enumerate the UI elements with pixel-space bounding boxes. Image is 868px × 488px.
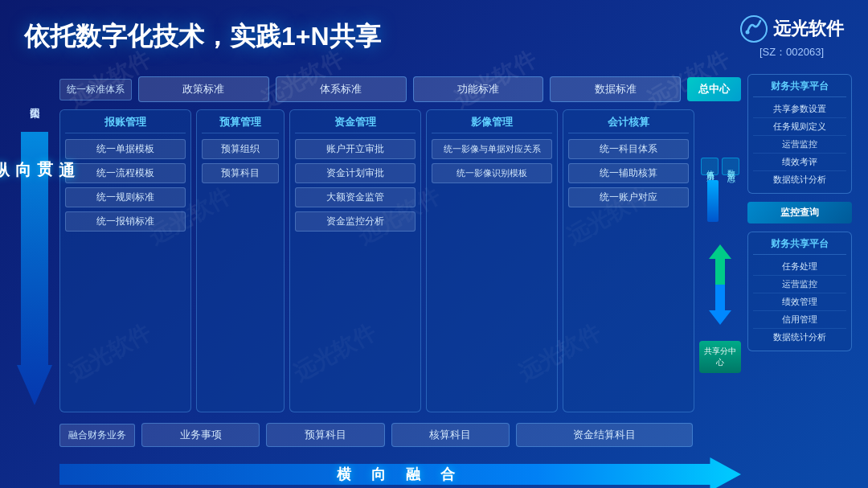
vertical-down-arrow [17,132,52,405]
module-title-kuaiji: 会计核算 [568,115,689,133]
system-standard: 体系标准 [276,76,407,102]
data-standard: 数据标准 [550,76,681,102]
module-title-yingxiang: 影像管理 [432,115,552,133]
right-top-item-4: 数据统计分析 [753,171,846,188]
kuaiji-item-1: 统一辅助核算 [568,163,689,183]
logo-icon [739,14,768,43]
shared-center-tag: 共享分中心 [699,341,741,373]
main-content: 集团公司 纵向贯通 共享分中心 统一标准体系 政策标准 体系标准 [0,68,868,488]
module-yusuan: 预算管理 预算组织 预算科目 [196,109,285,412]
fusion-item-2: 核算科目 [391,423,510,447]
right-top-item-0: 共享参数设置 [753,100,846,118]
shuju-huizong-tag: 数据汇总 [722,158,739,175]
logo-sub: [SZ：002063] [760,45,824,59]
baozhan-item-2: 统一规则标准 [65,187,186,207]
page-title: 依托数字化技术，实践1+N共享 [24,19,381,55]
yusuan-item-1: 预算科目 [202,163,279,183]
tixi-yinyong-tag: 体系引用 [701,158,719,175]
horizontal-row: 横 向 融 合 [59,457,741,488]
right-bottom-item-4: 数据统计分析 [753,329,846,346]
standard-label: 统一标准体系 [59,79,132,100]
vert-center-area: 体系引用 数据汇总 [699,109,741,412]
svg-point-1 [746,31,750,35]
zijin-item-3: 资金监控分析 [295,211,416,232]
module-kuaiji: 会计核算 统一科目体系 统一辅助核算 统一账户对应 [563,109,694,412]
fusion-item-0: 业务事项 [141,423,260,447]
right-top-box: 财务共享平台 共享参数设置 任务规则定义 运营监控 绩效考评 数据统计分析 [747,74,852,194]
yusuan-item-0: 预算组织 [202,139,279,159]
module-yingxiang: 影像管理 统一影像与单据对应关系 统一影像识别模板 [426,109,558,412]
modules-row: 报账管理 统一单据模板 统一流程模板 统一规则标准 统一报销标准 预算管理 预算… [59,109,741,412]
baozhan-item-3: 统一报销标准 [65,211,186,232]
kuaiji-item-2: 统一账户对应 [568,187,689,207]
yingxiang-item-0: 统一影像与单据对应关系 [432,139,552,159]
vertical-label: 纵向贯通 [0,148,78,154]
svg-rect-4 [707,180,719,222]
module-baozhan: 报账管理 统一单据模板 统一流程模板 统一规则标准 统一报销标准 [59,109,191,412]
svg-marker-6 [709,244,731,285]
right-top-title: 财务共享平台 [753,80,846,97]
right-bottom-item-0: 任务处理 [753,258,846,276]
right-panel: 财务共享平台 共享参数设置 任务规则定义 运营监控 绩效考评 数据统计分析 监控… [747,68,852,488]
center-diagram: 统一标准体系 政策标准 体系标准 功能标准 数据标准 总中心 报账管理 统一单据… [59,68,741,488]
svg-marker-7 [709,285,731,325]
module-title-zijin: 资金管理 [295,115,416,133]
right-bottom-item-1: 运营监控 [753,276,846,293]
logo-text: 远光软件 [773,17,844,41]
zijin-item-1: 资金计划审批 [295,163,416,183]
right-bottom-item-3: 信用管理 [753,311,846,329]
right-top-item-2: 运营监控 [753,136,846,154]
group-company-label: 集团公司 [27,76,42,124]
module-title-yusuan: 预算管理 [202,115,279,133]
bidirectional-arrows [702,244,738,325]
right-top-item-1: 任务规则定义 [753,118,846,136]
fusion-row: 融合财务业务 业务事项 预算科目 核算科目 资金结算科目 [59,420,741,449]
up-down-arrow-svg [702,180,738,244]
logo-area: 远光软件 [SZ：002063] [739,14,844,59]
module-title-baozhan: 报账管理 [65,115,186,133]
zijin-item-0: 账户开立审批 [295,139,416,159]
right-bottom-title: 财务共享平台 [753,237,846,255]
module-zijin: 资金管理 账户开立审批 资金计划审批 大额资金监管 资金监控分析 [289,109,421,412]
function-standard: 功能标准 [413,76,544,102]
yingxiang-item-1: 统一影像识别模板 [432,163,552,183]
zhongxin-tag: 总中心 [687,77,741,101]
kuaiji-item-0: 统一科目体系 [568,139,689,159]
svg-point-0 [741,16,767,42]
svg-marker-2 [17,132,52,405]
standard-row: 统一标准体系 政策标准 体系标准 功能标准 数据标准 总中心 [59,74,741,105]
left-labels: 集团公司 纵向贯通 共享分中心 [16,68,53,488]
header: 依托数字化技术，实践1+N共享 远光软件 [SZ：002063] [0,0,868,68]
right-top-item-3: 绩效考评 [753,154,846,171]
monitor-tag: 监控查询 [747,202,852,223]
zijin-item-2: 大额资金监管 [295,187,416,207]
fusion-item-3: 资金结算科目 [516,423,693,447]
baozhan-item-1: 统一流程模板 [65,163,186,183]
baozhan-item-0: 统一单据模板 [65,139,186,159]
right-bottom-item-2: 绩效管理 [753,293,846,311]
right-bottom-box: 财务共享平台 任务处理 运营监控 绩效管理 信用管理 数据统计分析 [747,232,852,351]
vertical-arrow-area: 纵向贯通 [0,132,78,483]
policy-standard: 政策标准 [138,76,269,102]
fusion-item-1: 预算科目 [266,423,384,447]
horizontal-label: 横 向 融 合 [337,465,463,484]
